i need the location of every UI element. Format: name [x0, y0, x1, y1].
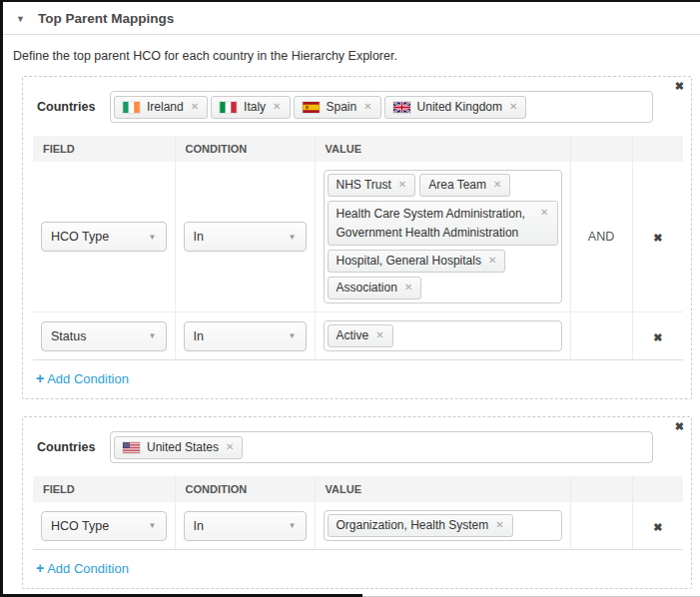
value-multiselect[interactable]: NHS Trust ✕ Area Team ✕ Health Care Syst… — [324, 170, 562, 303]
value-tag: Health Care System Administration, Gover… — [328, 201, 558, 246]
remove-column-header — [632, 136, 683, 162]
plus-icon: + — [36, 560, 44, 576]
value-multiselect[interactable]: Organization, Health System ✕ — [324, 510, 562, 541]
united-kingdom-flag-icon — [393, 102, 410, 113]
remove-tag-icon[interactable]: ✕ — [226, 441, 234, 454]
remove-tag-icon[interactable]: ✕ — [191, 101, 199, 114]
remove-tag-icon[interactable]: ✕ — [273, 101, 281, 114]
value-tag-label: Area Team — [428, 178, 486, 193]
country-tag-label: United States — [147, 440, 219, 455]
connector-label — [570, 502, 632, 550]
value-tag-label: Active — [337, 328, 369, 343]
condition-dropdown-value: In — [194, 329, 204, 343]
value-column-header: VALUE — [315, 136, 570, 162]
remove-tag-icon[interactable]: ✕ — [404, 282, 412, 295]
remove-tag-icon[interactable]: ✕ — [398, 179, 406, 192]
conditions-table: FIELD CONDITION VALUE HCO Type ▼ In — [33, 136, 683, 360]
value-tag: NHS Trust ✕ — [328, 174, 416, 197]
section-description: Define the top parent HCO for each count… — [13, 49, 688, 63]
chevron-down-icon: ▼ — [289, 331, 297, 340]
value-tag-label: Health Care System Administration, Gover… — [337, 205, 531, 242]
connector-column-header — [570, 136, 632, 162]
country-tag-spain: Spain ✕ — [294, 96, 381, 119]
countries-row: Countries Ireland ✕ Italy ✕ Spain ✕ Unit… — [37, 91, 653, 123]
collapse-icon[interactable]: ▼ — [16, 14, 25, 24]
connector-label — [570, 312, 632, 360]
remove-tag-icon[interactable]: ✕ — [540, 205, 548, 221]
remove-tag-icon[interactable]: ✕ — [488, 255, 496, 268]
italy-flag-icon — [220, 102, 237, 113]
country-tag-ireland: Ireland ✕ — [114, 96, 208, 119]
value-tag-label: NHS Trust — [337, 178, 391, 193]
add-condition-label: Add Condition — [47, 371, 129, 386]
field-column-header: FIELD — [33, 136, 175, 162]
remove-condition-button[interactable]: ✖ — [653, 521, 662, 533]
chevron-down-icon: ▼ — [149, 233, 157, 242]
value-multiselect[interactable]: Active ✕ — [324, 320, 562, 351]
section-header: ▼ Top Parent Mappings — [3, 2, 700, 35]
country-tag-italy: Italy ✕ — [211, 96, 290, 119]
country-tag-label: Ireland — [147, 100, 184, 115]
condition-row: Status ▼ In ▼ Active ✕ — [33, 312, 683, 360]
countries-label: Countries — [37, 440, 110, 454]
conditions-table-header: FIELD CONDITION VALUE — [33, 476, 683, 502]
value-tag: Active ✕ — [328, 324, 393, 347]
chevron-down-icon: ▼ — [289, 521, 297, 530]
value-tag-label: Organization, Health System — [337, 518, 489, 533]
countries-multiselect[interactable]: United States ✕ — [110, 431, 653, 463]
remove-group-button[interactable]: ✖ — [675, 421, 684, 432]
section-title: Top Parent Mappings — [38, 11, 174, 26]
country-group-2: ✖ Countries United States ✕ FIELD CONDIT… — [22, 416, 692, 589]
value-tag-label: Association — [337, 281, 397, 296]
field-dropdown-value: HCO Type — [51, 230, 109, 244]
countries-multiselect[interactable]: Ireland ✕ Italy ✕ Spain ✕ United Kingdom… — [110, 91, 653, 123]
field-column-header: FIELD — [33, 476, 175, 502]
remove-condition-button[interactable]: ✖ — [653, 331, 662, 343]
country-group-1: ✖ Countries Ireland ✕ Italy ✕ Spain ✕ Un… — [22, 76, 692, 399]
plus-icon: + — [36, 370, 44, 386]
remove-tag-icon[interactable]: ✕ — [375, 329, 383, 342]
field-dropdown[interactable]: HCO Type ▼ — [41, 511, 167, 541]
condition-dropdown[interactable]: In ▼ — [184, 511, 307, 541]
country-tag-united-states: United States ✕ — [114, 436, 243, 459]
value-tag-label: Hospital, General Hospitals — [337, 254, 481, 269]
condition-row: HCO Type ▼ In ▼ NHS Trust ✕ — [33, 162, 683, 312]
remove-group-button[interactable]: ✖ — [675, 81, 684, 92]
countries-row: Countries United States ✕ — [37, 431, 653, 463]
remove-tag-icon[interactable]: ✕ — [493, 179, 501, 192]
top-parent-mappings-page: { "icons": { "collapse": "▼", "caret": "… — [0, 0, 700, 597]
condition-column-header: CONDITION — [175, 136, 315, 162]
field-dropdown-value: HCO Type — [51, 519, 109, 533]
add-condition-link[interactable]: + Add Condition — [36, 560, 129, 576]
remove-condition-button[interactable]: ✖ — [653, 232, 662, 244]
ireland-flag-icon — [123, 102, 140, 113]
field-dropdown[interactable]: HCO Type ▼ — [41, 222, 167, 252]
field-dropdown[interactable]: Status ▼ — [41, 321, 167, 351]
condition-dropdown-value: In — [194, 230, 204, 244]
country-tag-label: Italy — [244, 100, 266, 115]
connector-column-header — [570, 476, 632, 502]
country-tag-label: Spain — [327, 100, 357, 115]
country-tag-united-kingdom: United Kingdom ✕ — [384, 96, 527, 119]
remove-tag-icon[interactable]: ✕ — [363, 101, 371, 114]
chevron-down-icon: ▼ — [149, 521, 157, 530]
remove-column-header — [632, 476, 683, 502]
country-tag-label: United Kingdom — [417, 100, 502, 115]
conditions-table-header: FIELD CONDITION VALUE — [33, 136, 683, 162]
add-condition-link[interactable]: + Add Condition — [36, 370, 129, 386]
conditions-table: FIELD CONDITION VALUE HCO Type ▼ In — [33, 476, 683, 550]
remove-tag-icon[interactable]: ✕ — [509, 101, 517, 114]
condition-row: HCO Type ▼ In ▼ Organization, Health Sys… — [33, 502, 683, 550]
countries-label: Countries — [37, 100, 110, 114]
remove-tag-icon[interactable]: ✕ — [495, 519, 503, 532]
condition-dropdown[interactable]: In ▼ — [184, 222, 307, 252]
value-tag: Organization, Health System ✕ — [328, 514, 513, 537]
condition-column-header: CONDITION — [175, 476, 315, 502]
field-dropdown-value: Status — [51, 329, 86, 343]
connector-label: AND — [570, 162, 632, 312]
add-condition-label: Add Condition — [47, 561, 129, 576]
condition-dropdown-value: In — [194, 519, 204, 533]
chevron-down-icon: ▼ — [149, 331, 157, 340]
spain-flag-icon — [303, 102, 320, 113]
condition-dropdown[interactable]: In ▼ — [184, 321, 307, 351]
